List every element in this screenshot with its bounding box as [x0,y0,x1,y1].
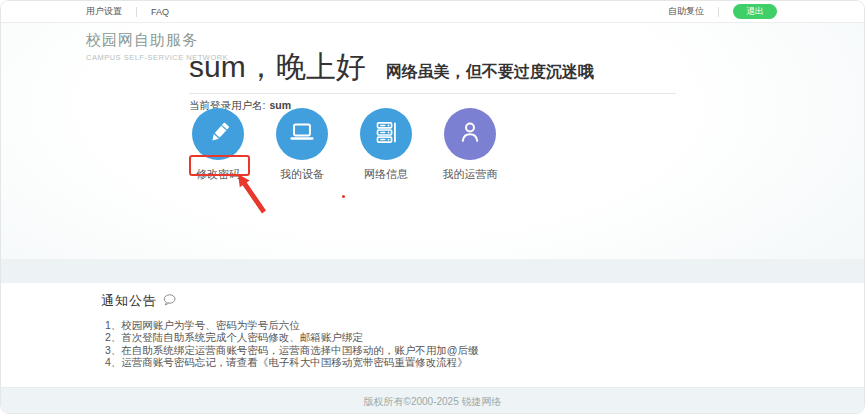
tile-network-info[interactable]: 网络信息 [344,108,428,182]
greeting-text: sum，晚上好 [189,47,366,88]
notice-item: 4、运营商账号密码忘记，请查看《电子科大中国移动宽带密码重置修改流程》 [105,356,864,368]
tile-change-password[interactable]: 修改密码 [176,108,260,182]
notice-title: 通知公告 [101,292,157,310]
pencil-icon [205,119,232,150]
person-icon [456,118,484,150]
tile-label: 修改密码 [176,167,260,182]
greeting-separator [189,93,676,94]
self-reset-link[interactable]: 自助复位 [668,5,704,18]
topbar: 用户设置 FAQ 自助复位 退出 [1,1,864,23]
speech-bubble-icon [163,292,177,310]
section-divider-band [1,259,864,283]
topbar-right-menu: 自助复位 退出 [668,4,777,19]
laptop-icon [288,118,316,150]
my-devices-circle [276,108,328,160]
main-section: 校园网自助服务 CAMPUS SELF-SERVICE NETWORK sum，… [1,23,864,259]
tile-my-carrier[interactable]: 我的运营商 [428,108,512,182]
copyright-text: 版权所有©2000-2025 锐捷网络 [364,395,502,409]
tile-label: 我的运营商 [428,167,512,182]
logout-button[interactable]: 退出 [733,4,777,19]
network-info-circle [360,108,412,160]
my-carrier-circle [444,108,496,160]
faq-link[interactable]: FAQ [151,7,169,17]
notice-item: 3、在自助系统绑定运营商账号密码，运营商选择中国移动的，账户不用加@后缀 [105,344,864,356]
notice-section: 通知公告 1、校园网账户为学号、密码为学号后六位 2、首次登陆自助系统完成个人密… [1,283,864,387]
greeting-quote: 网络虽美，但不要过度沉迷哦 [386,62,594,83]
topbar-left-menu: 用户设置 FAQ [86,5,169,18]
tile-label: 我的设备 [260,167,344,182]
user-settings-link[interactable]: 用户设置 [86,5,122,18]
portal-window: 用户设置 FAQ 自助复位 退出 校园网自助服务 CAMPUS SELF-SER… [0,0,865,414]
server-icon [373,119,400,150]
footer: 版权所有©2000-2025 锐捷网络 [1,387,864,414]
notice-item: 2、首次登陆自助系统完成个人密码修改、邮箱账户绑定 [105,331,864,343]
tile-my-devices[interactable]: 我的设备 [260,108,344,182]
change-password-circle [192,108,244,160]
greeting-row: sum，晚上好 网络虽美，但不要过度沉迷哦 [189,47,594,88]
tile-label: 网络信息 [344,167,428,182]
notice-list: 1、校园网账户为学号、密码为学号后六位 2、首次登陆自助系统完成个人密码修改、邮… [105,319,864,369]
topbar-divider [718,7,719,17]
shortcut-tiles: 修改密码 我的设备 [176,108,512,182]
topbar-divider [136,7,137,17]
notice-header: 通知公告 [101,292,864,310]
notice-item: 1、校园网账户为学号、密码为学号后六位 [105,319,864,331]
